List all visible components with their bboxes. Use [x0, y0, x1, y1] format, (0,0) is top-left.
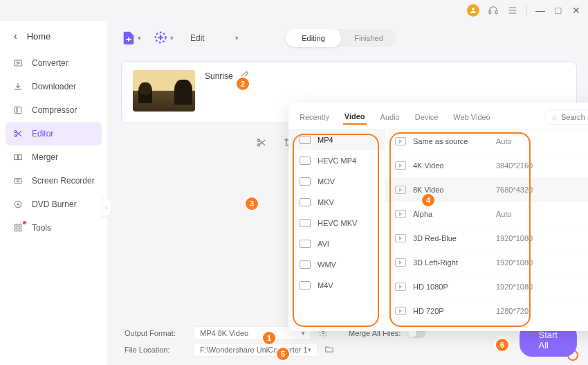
step-badge-6: 6: [496, 339, 508, 351]
headset-icon[interactable]: [488, 5, 499, 16]
play-icon: [395, 137, 406, 145]
chevron-left-icon: ‹: [14, 30, 17, 42]
format-icon: [300, 260, 311, 269]
nav-label: Merger: [32, 152, 58, 162]
format-mov[interactable]: MOV: [288, 171, 385, 192]
nav-label: Screen Recorder: [32, 176, 95, 186]
step-badge-3: 3: [246, 197, 258, 210]
tab-video[interactable]: Video: [343, 109, 367, 125]
svg-point-16: [17, 204, 19, 205]
tab-device[interactable]: Device: [414, 110, 440, 124]
search-box[interactable]: ⌕: [544, 109, 588, 125]
toolbar: ▾ ▾ Edit▾ Editing Finished: [121, 24, 577, 53]
back-home[interactable]: ‹ Home: [0, 26, 107, 51]
format-avi[interactable]: AVI: [288, 233, 385, 254]
sidebar-item-converter[interactable]: Converter: [0, 51, 107, 75]
edit-dropdown[interactable]: Edit▾: [190, 33, 239, 43]
play-icon: [395, 161, 406, 170]
minimize-button[interactable]: —: [535, 5, 545, 16]
svg-rect-19: [15, 229, 17, 231]
maximize-button[interactable]: □: [553, 5, 563, 16]
svg-rect-18: [19, 224, 21, 227]
preset-row[interactable]: HD 1080P1920*1080: [385, 275, 588, 299]
format-list: MP4 HEVC MP4 MOV MKV HEVC MKV AVI WMV M4…: [288, 130, 385, 331]
format-hevc-mkv[interactable]: HEVC MKV: [288, 213, 385, 233]
preset-row[interactable]: HD 720P1280*720: [385, 299, 588, 323]
search-icon: ⌕: [552, 112, 557, 122]
titlebar: — □ ✕: [0, 0, 588, 21]
svg-rect-13: [15, 179, 21, 184]
nav-label: Compressor: [32, 105, 77, 115]
cut-tool[interactable]: [256, 137, 267, 151]
format-icon: [300, 281, 311, 290]
nav-label: Converter: [32, 58, 68, 68]
home-label: Home: [27, 31, 51, 42]
format-m4v[interactable]: M4V: [288, 275, 385, 296]
format-icon: [300, 198, 311, 206]
recorder-icon: [12, 175, 24, 186]
format-wmv[interactable]: WMV: [288, 254, 385, 275]
preset-row[interactable]: 3D Left-Right1920*1080: [385, 251, 588, 275]
preset-row[interactable]: 4K Video3840*2160: [385, 154, 588, 178]
open-folder-icon[interactable]: [324, 344, 334, 355]
svg-rect-12: [19, 155, 22, 160]
svg-rect-20: [19, 229, 21, 231]
sidebar: ‹ Home Converter Downloader Compressor E…: [0, 21, 107, 365]
play-icon: [395, 234, 406, 242]
format-icon: [300, 136, 311, 144]
seg-finished[interactable]: Finished: [341, 29, 396, 47]
format-icon: [300, 240, 311, 248]
converter-icon: [12, 57, 24, 69]
search-input[interactable]: [561, 113, 588, 121]
sidebar-item-editor[interactable]: Editor: [6, 122, 102, 145]
preset-row[interactable]: 3D Red-Blue1920*1080: [385, 226, 588, 251]
caret-down-icon: ▾: [170, 35, 174, 42]
format-mkv[interactable]: MKV: [288, 192, 385, 213]
format-hevc-mp4[interactable]: HEVC MP4: [288, 150, 385, 171]
close-button[interactable]: ✕: [571, 5, 581, 16]
sidebar-item-screen-recorder[interactable]: Screen Recorder: [0, 169, 107, 193]
play-icon: [395, 186, 406, 194]
video-thumbnail[interactable]: [133, 70, 195, 112]
play-icon: [395, 210, 406, 218]
preset-list: Same as sourceAuto 4K Video3840*2160 8K …: [385, 130, 588, 331]
sidebar-item-downloader[interactable]: Downloader: [0, 75, 107, 98]
merger-icon: [12, 152, 24, 163]
sidebar-item-dvd-burner[interactable]: DVD Burner: [0, 193, 107, 216]
play-icon: [395, 283, 406, 291]
add-file-button[interactable]: ▾: [121, 30, 141, 46]
tab-recently[interactable]: Recently: [298, 110, 331, 124]
preset-row[interactable]: 8K Video7680*4320: [385, 178, 588, 202]
svg-point-14: [17, 179, 19, 182]
play-icon: [395, 258, 406, 267]
nav-label: Tools: [32, 223, 51, 233]
svg-rect-6: [15, 60, 22, 66]
caret-down-icon: ▾: [235, 35, 239, 42]
sidebar-item-tools[interactable]: Tools: [0, 216, 107, 240]
tools-icon: [12, 222, 24, 233]
svg-marker-7: [17, 62, 19, 64]
tab-web-video[interactable]: Web Video: [452, 110, 491, 124]
user-avatar[interactable]: [467, 4, 479, 17]
preset-row[interactable]: Same as sourceAuto: [385, 130, 588, 154]
start-all-highlight: Start All: [567, 350, 578, 361]
format-panel: Recently Video Audio Device Web Video ⌕ …: [288, 103, 588, 331]
disc-icon: [12, 199, 24, 210]
file-location-dropdown[interactable]: F:\Wondershare UniConverter 1▾: [194, 343, 318, 357]
caret-down-icon: ▾: [138, 35, 141, 42]
add-folder-button[interactable]: ▾: [154, 30, 174, 46]
output-format-label: Output Format:: [125, 329, 187, 337]
format-icon: [300, 157, 311, 165]
svg-point-24: [322, 331, 324, 334]
sidebar-item-merger[interactable]: Merger: [0, 145, 107, 169]
sidebar-item-compressor[interactable]: Compressor: [0, 98, 107, 122]
nav-label: DVD Burner: [32, 199, 77, 209]
compressor-icon: [12, 105, 24, 116]
video-title: Sunrise: [205, 71, 233, 81]
format-mp4[interactable]: MP4: [288, 130, 385, 150]
svg-rect-17: [15, 224, 17, 227]
preset-row[interactable]: AlphaAuto: [385, 202, 588, 226]
seg-editing[interactable]: Editing: [286, 29, 341, 47]
menu-icon[interactable]: [507, 5, 518, 16]
tab-audio[interactable]: Audio: [379, 110, 401, 124]
